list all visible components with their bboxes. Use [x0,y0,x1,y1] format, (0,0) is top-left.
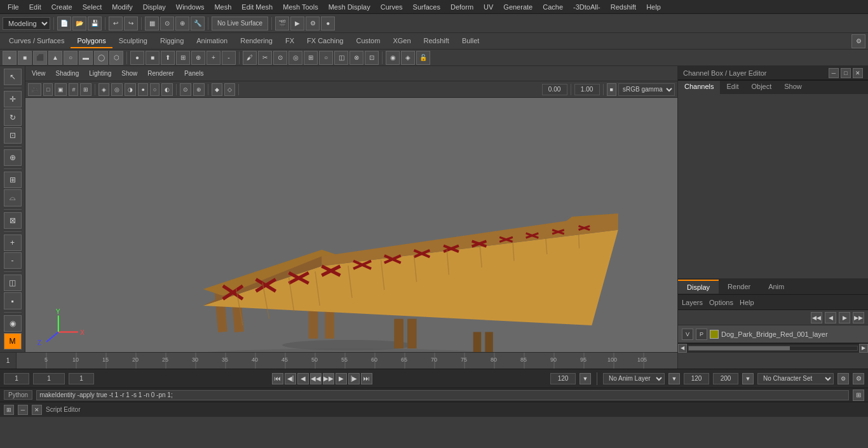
maya-icon-btn[interactable]: M [4,333,22,350]
anim-layer-arrow[interactable]: ▼ [668,373,680,384]
shading-2-btn[interactable]: ● [138,83,147,96]
scroll-track[interactable] [688,346,858,351]
snap-btn[interactable]: 🔧 [191,17,205,31]
tab-curves-surfaces[interactable]: Curves / Surfaces [3,34,71,48]
move-tool-btn[interactable]: ✛ [4,91,22,107]
menu-cache[interactable]: Cache [538,2,568,12]
menu-deform[interactable]: Deform [445,2,478,12]
frame-range-end1-input[interactable] [550,373,576,384]
skip-to-end-btn[interactable]: ⏭ [361,373,372,384]
tab-animation[interactable]: Animation [190,34,234,48]
booleans-btn[interactable]: ⊕ [191,51,205,65]
menu-file[interactable]: File [3,2,24,12]
frame-range-start-input[interactable] [4,373,29,384]
range-display[interactable] [69,373,94,384]
layer-arrow-left[interactable]: ◀◀ [811,312,822,323]
cylinder-btn[interactable]: ⬛ [33,51,47,65]
menu-uv[interactable]: UV [478,2,498,12]
layer-arrow-right2[interactable]: ▶ [839,312,850,323]
harden-btn[interactable]: ◈ [401,51,415,65]
anim-tab[interactable]: Anim [759,280,793,293]
settings-icon[interactable]: ⚙ [851,34,865,48]
resolution-btn[interactable]: ▣ [55,83,67,96]
menu-windows[interactable]: Windows [171,2,210,12]
panels-menu[interactable]: Panels [180,69,208,78]
mirror-btn[interactable]: ◫ [334,51,348,65]
open-scene-btn[interactable]: 📂 [72,17,86,31]
anim-layer-select[interactable]: No Anim Layer [603,373,665,384]
menu-help[interactable]: Help [641,2,666,12]
torus-btn[interactable]: ○ [64,51,78,65]
window-close-btn[interactable]: ✕ [32,405,42,415]
sphere-btn[interactable]: ● [3,51,17,65]
plane-btn[interactable]: ▬ [79,51,93,65]
smooth-btn[interactable]: ◉ [386,51,400,65]
command-input[interactable] [36,390,849,400]
range-end-input[interactable] [713,373,738,384]
next-key-btn[interactable]: |▶ [348,373,360,384]
workspace-selector[interactable]: Modeling [3,17,50,30]
menu-display[interactable]: Display [138,2,171,12]
layers-btn[interactable]: Layers [682,299,703,306]
shading-1-btn[interactable]: ◑ [125,83,136,96]
history-btn[interactable]: ⊠ [4,212,22,229]
soft-select-btn[interactable]: ⊕ [4,149,22,166]
obj-mode-btn[interactable]: ◈ [98,83,109,96]
scroll-right-btn[interactable]: ▶ [859,344,868,353]
menu-mesh[interactable]: Mesh [209,2,236,12]
channels-tab[interactable]: Channels [678,81,720,94]
minimize-btn[interactable]: ─ [829,68,839,78]
render-tab[interactable]: Render [719,280,759,293]
multi-comp-btn[interactable]: ◫ [4,275,22,291]
menu-create[interactable]: Create [46,2,78,12]
renderer-menu[interactable]: Renderer [144,69,178,78]
range-end-arrow[interactable]: ▼ [742,373,754,384]
isolate-btn[interactable]: ⊕ [193,83,205,96]
snap-grid-btn[interactable]: ⊞ [4,172,22,188]
cone-btn[interactable]: ▲ [48,51,62,65]
snap-curve-btn[interactable]: ⌓ [4,189,22,206]
maximize-btn[interactable]: □ [841,68,851,78]
shading-3-btn[interactable]: ○ [150,83,159,96]
menu-mesh-tools[interactable]: Mesh Tools [278,2,323,12]
bridge-btn[interactable]: ⊞ [176,51,190,65]
menu-3dtoall[interactable]: -3DtoAll- [568,2,606,12]
layer-playback-btn[interactable]: P [696,329,707,340]
multi-cut-btn[interactable]: ✂ [258,51,272,65]
xray-btn[interactable]: ⊙ [180,83,191,96]
scroll-left-btn[interactable]: ◀ [678,344,687,353]
quadrangulate-btn[interactable]: ⊞ [304,51,318,65]
unlock-btn[interactable]: 🔓 [416,51,430,65]
menu-modify[interactable]: Modify [107,2,137,12]
window-icon-btn[interactable]: ⊞ [4,405,14,415]
edit-tab[interactable]: Edit [720,81,745,94]
menu-edit[interactable]: Edit [24,2,46,12]
play-forward-btn[interactable]: ▶▶ [323,373,334,384]
separate-btn[interactable]: - [222,51,236,65]
shading-menu[interactable]: Shading [52,69,83,78]
view-menu[interactable]: View [28,69,50,78]
menu-generate[interactable]: Generate [498,2,538,12]
grid-btn[interactable]: # [69,83,78,96]
current-frame-input[interactable] [33,373,65,384]
connect-btn[interactable]: ⊙ [273,51,287,65]
gamma-select[interactable]: sRGB gamma [618,83,675,96]
layer-arrow-left2[interactable]: ◀ [825,312,836,323]
play-backward-btn[interactable]: ◀◀ [310,373,322,384]
uv-unfold-btn[interactable]: ⊗ [349,51,363,65]
char-set-select[interactable]: No Character Set [757,373,834,384]
tab-rigging[interactable]: Rigging [154,34,190,48]
tab-xgen[interactable]: XGen [386,34,417,48]
canvas-area[interactable]: X Y Z persp [25,98,677,352]
display-tab[interactable]: Display [678,280,719,294]
redo-btn[interactable]: ↪ [124,17,138,31]
extrude-btn[interactable]: ⬆ [161,51,175,65]
tab-redshift[interactable]: Redshift [417,34,456,48]
tab-sculpting[interactable]: Sculpting [112,34,154,48]
menu-mesh-display[interactable]: Mesh Display [323,2,376,12]
plus-btn[interactable]: + [4,234,22,251]
menu-surfaces[interactable]: Surfaces [408,2,445,12]
next-frame-btn[interactable]: ▶ [336,373,347,384]
select-mode-btn[interactable]: ↖ [4,69,22,85]
skip-to-start-btn[interactable]: ⏮ [272,373,283,384]
